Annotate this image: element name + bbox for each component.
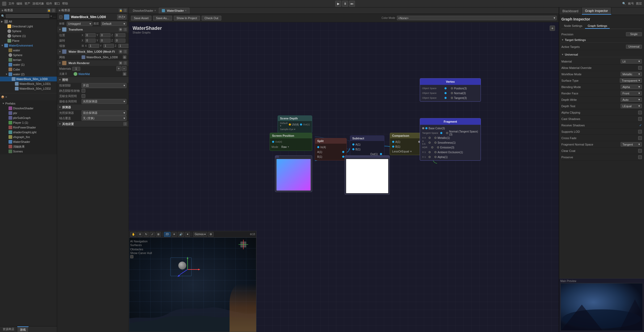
settings-button[interactable]: ⚙: [208, 232, 214, 237]
material-target-icon[interactable]: ◎: [123, 72, 126, 76]
workflow-dropdown[interactable]: Metallic ▾: [621, 72, 642, 76]
graph-add-button[interactable]: +: [550, 26, 555, 31]
move-tool[interactable]: ✛: [137, 232, 143, 237]
pause-button[interactable]: ⏸: [342, 1, 348, 7]
position-y[interactable]: [100, 33, 111, 37]
topbar-menu-gameobj[interactable]: 游戏对象: [32, 2, 44, 6]
topbar-menu-edit[interactable]: 编辑: [16, 2, 22, 6]
static-shadow-checkbox[interactable]: [82, 89, 85, 93]
allow-mat-checkbox[interactable]: [638, 66, 642, 70]
topbar-menu-assets[interactable]: 资产: [24, 2, 30, 6]
white-preview-node[interactable]: [345, 155, 390, 195]
add-material-button[interactable]: +: [116, 66, 121, 71]
hierarchy-pbr-sub[interactable]: pbrSubGraph: [1, 115, 56, 120]
checkout-button[interactable]: Check Out: [202, 16, 221, 20]
other-header[interactable]: ▼ 其他设置 ⋮: [57, 121, 129, 127]
audio-button[interactable]: 🔊: [178, 232, 184, 237]
hierarchy-item-sphere2[interactable]: Sphere: [0, 53, 57, 57]
color-gradient-node[interactable]: [275, 155, 312, 192]
blackboard-tab[interactable]: Blackboard: [559, 7, 582, 15]
topbar-menu-help[interactable]: 帮助: [62, 2, 68, 6]
lighting-header[interactable]: ▼ 照明: [57, 77, 129, 83]
hierarchy-item-waterblock[interactable]: WaterBlock_50m_LOD0: [0, 77, 57, 81]
materials-count[interactable]: 1: [72, 67, 80, 71]
universal-header[interactable]: ▼ Universal: [561, 52, 642, 57]
tab-water-shader[interactable]: WaterShader ×: [159, 8, 189, 14]
rotation-z[interactable]: [115, 39, 125, 43]
mesh-renderer-header[interactable]: ▼ Mesh Renderer ⚙ ⋮: [57, 60, 129, 66]
hierarchy-rim[interactable]: RimPowerShader: [1, 125, 56, 130]
anchor-dropdown[interactable]: 无 (变换) ▾: [82, 116, 126, 121]
graph-settings-tab[interactable]: Graph Settings: [585, 23, 610, 29]
material-dropdown[interactable]: Lit ▾: [621, 59, 642, 64]
target-settings-header[interactable]: ▼ Target Settings: [561, 38, 642, 43]
hierarchy-item-water[interactable]: water: [0, 48, 57, 53]
alpha-clipping-checkbox[interactable]: [638, 111, 642, 114]
hierarchy-item-sphere[interactable]: Sphere: [0, 29, 57, 34]
scene-content[interactable]: AI Navigation Surfaces Obstacles Show Ca…: [129, 238, 256, 332]
gizmos-dropdown[interactable]: Gizmos ▾: [193, 232, 207, 237]
mesh-menu-icon[interactable]: ⋮: [123, 50, 127, 53]
object-active-checkbox[interactable]: [59, 15, 62, 19]
hierarchy-add-icon[interactable]: +: [50, 14, 52, 18]
node-settings-tab[interactable]: Node Settings: [561, 23, 585, 29]
hierarchy-search-input[interactable]: [6, 14, 49, 18]
mr-menu-icon[interactable]: ⋮: [123, 61, 127, 65]
play-button[interactable]: ▶: [335, 1, 341, 7]
hierarchy-item-water-env[interactable]: ▼ WaterEnvironment: [0, 43, 57, 48]
mesh-filter-header[interactable]: ▼ Water Block_50m_LOD0 (Mesh Fi ⚙ ⋮: [57, 49, 129, 55]
cast-shadow-dropdown[interactable]: 开启 ▾: [82, 83, 126, 88]
other-menu-icon[interactable]: ⋮: [123, 122, 127, 126]
save-as-button[interactable]: Save As...: [153, 16, 172, 20]
mesh-target-icon[interactable]: ◎: [123, 55, 126, 59]
mr-settings-icon[interactable]: ⚙: [119, 61, 122, 65]
topbar-account[interactable]: 账号: [628, 2, 634, 6]
dissolve-tab-close[interactable]: ×: [154, 9, 156, 12]
transform-menu-icon[interactable]: ⋮: [123, 28, 127, 31]
lighting-button[interactable]: ☀: [171, 232, 177, 237]
topbar-search[interactable]: 🔍: [622, 2, 626, 5]
topbar-layers[interactable]: 图层: [636, 2, 642, 6]
receive-dropdown[interactable]: 光照探测器 ▾: [82, 99, 126, 104]
tab-game[interactable]: 游戏: [17, 326, 29, 332]
hierarchy-watershader[interactable]: WaterShader: [1, 139, 56, 144]
depth-test-dropdown[interactable]: LEqual ▾: [621, 104, 642, 108]
inspector-menu-icon[interactable]: ⋮: [123, 9, 127, 12]
2d-button[interactable]: 2D: [164, 232, 171, 237]
remove-material-button[interactable]: −: [122, 66, 126, 71]
hand-tool[interactable]: ✋: [130, 232, 137, 237]
carve-checkbox[interactable]: [130, 255, 133, 258]
transform-tool[interactable]: ⊞: [156, 232, 161, 237]
static-badge[interactable]: 静态▾: [117, 15, 126, 19]
topbar-menu-window[interactable]: 窗口: [54, 2, 60, 6]
hierarchy-dissolve[interactable]: DissolveShader: [1, 106, 56, 111]
step-button[interactable]: ⏭: [349, 1, 355, 7]
water-tab-close[interactable]: ×: [185, 9, 187, 12]
scene-depth-node[interactable]: Scene Depth Default ▾ UV(4) Out(1) Sampl…: [278, 115, 312, 133]
hierarchy-item-lod1[interactable]: WaterBlock_50m_LOD1: [0, 81, 57, 86]
surface-type-dropdown[interactable]: Transparent ▾: [620, 78, 642, 83]
object-name[interactable]: WaterBlock_50m LOD0: [71, 15, 116, 19]
light-probe-dropdown[interactable]: 混合探测器 ▾: [82, 110, 126, 115]
rotation-y[interactable]: [100, 39, 111, 43]
hierarchy-lock-icon[interactable]: 🔒: [47, 9, 51, 12]
active-targets-value[interactable]: Universal: [626, 45, 642, 49]
hierarchy-dots-icon[interactable]: …: [53, 15, 56, 18]
transform-settings-icon[interactable]: ⚙: [119, 28, 122, 31]
material-name[interactable]: WaterMat: [78, 73, 90, 76]
rotation-x[interactable]: [85, 39, 96, 43]
rotate-tool[interactable]: ↻: [143, 232, 149, 237]
graph-inspector-tab[interactable]: Graph Inspector: [582, 7, 611, 15]
mesh-settings-icon[interactable]: ⚙: [119, 50, 122, 53]
fragment-master-node[interactable]: Fragment Base Color(3) Tangent Space: [420, 118, 481, 161]
frag-normal-dropdown[interactable]: Tangent ▾: [621, 142, 642, 147]
position-z[interactable]: [115, 33, 125, 37]
effects-button[interactable]: ✦: [185, 232, 190, 237]
hierarchy-shadergraph-light[interactable]: shaderGraphLight: [1, 130, 56, 135]
scale-z[interactable]: [118, 44, 129, 48]
hierarchy-item-lod2[interactable]: WaterBlock_50m_LOD2: [0, 86, 57, 91]
clear-coat-checkbox[interactable]: [638, 149, 642, 153]
scale-x[interactable]: [88, 44, 99, 48]
hierarchy-dissolveeffect[interactable]: 消融效果: [1, 144, 56, 149]
contribute-checkbox[interactable]: [82, 94, 85, 98]
